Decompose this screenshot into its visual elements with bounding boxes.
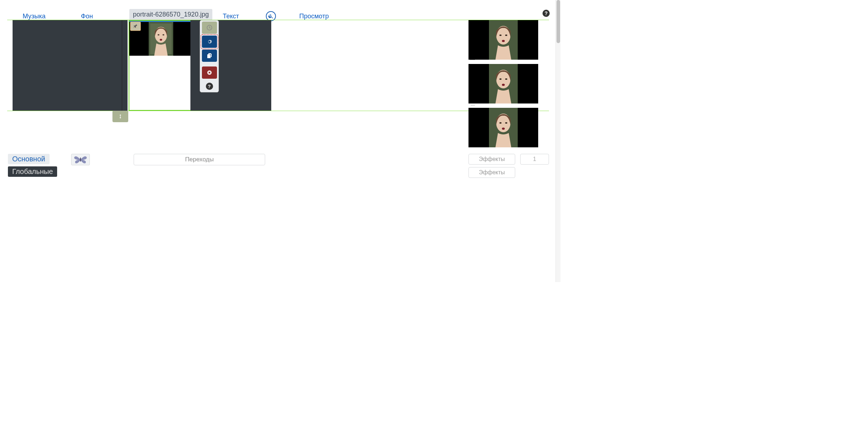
slide-toolbar: ? xyxy=(200,20,219,92)
svg-point-4 xyxy=(162,34,164,35)
copy-icon xyxy=(206,52,213,59)
close-circle-icon xyxy=(206,69,213,76)
preview-image xyxy=(485,108,521,147)
svg-point-10 xyxy=(499,34,502,36)
preview-thumbnail[interactable] xyxy=(468,64,538,104)
svg-point-15 xyxy=(499,78,502,80)
mode-main-button[interactable]: Основной xyxy=(8,154,50,164)
tab-text[interactable]: Текст xyxy=(223,13,239,20)
delete-button[interactable] xyxy=(202,66,217,79)
bottom-controls: Основной Глобальные Переходы Эффекты Эфф… xyxy=(8,154,549,177)
clock-icon xyxy=(206,24,213,31)
effects-button-1[interactable]: Эффекты xyxy=(468,154,515,165)
timeline-panel-left[interactable] xyxy=(13,20,122,111)
svg-point-5 xyxy=(160,39,162,41)
zoom-in-icon xyxy=(268,13,274,19)
svg-point-23 xyxy=(80,157,81,162)
copy-button[interactable] xyxy=(202,50,217,62)
resize-vertical-icon xyxy=(118,113,123,120)
preview-image xyxy=(485,20,521,60)
timeline-area: ? 0 1 2 3 4 5 xyxy=(7,20,549,111)
svg-point-21 xyxy=(505,122,507,124)
effects-count[interactable]: 1 xyxy=(520,154,549,165)
tab-background[interactable]: Фон xyxy=(81,13,93,20)
gear-icon xyxy=(206,38,213,45)
preview-image xyxy=(485,64,521,104)
help-button-top[interactable]: ? xyxy=(542,10,550,17)
scrollbar-thumb[interactable] xyxy=(557,0,560,43)
svg-point-22 xyxy=(502,128,505,130)
svg-point-17 xyxy=(502,84,505,86)
pin-button[interactable] xyxy=(130,22,141,31)
settings-button[interactable] xyxy=(202,36,217,48)
tab-music[interactable]: Музыка xyxy=(23,13,46,20)
pin-icon xyxy=(133,24,138,29)
transitions-button[interactable]: Переходы xyxy=(134,154,265,165)
portrait-thumbnail-image xyxy=(147,22,175,56)
butterfly-preset-button[interactable] xyxy=(71,154,90,165)
timeline-panel-left-margin xyxy=(122,20,128,111)
vertical-scrollbar[interactable] xyxy=(555,0,560,282)
file-name-label: portrait-6286570_1920.jpg xyxy=(129,9,212,20)
effects-button-2[interactable]: Эффекты xyxy=(468,167,515,178)
preview-thumbnail[interactable] xyxy=(468,20,538,60)
svg-point-3 xyxy=(158,34,160,35)
tab-preview[interactable]: Просмотр xyxy=(299,13,329,20)
preview-thumbnail[interactable] xyxy=(468,108,538,147)
svg-point-12 xyxy=(502,40,505,42)
butterfly-icon xyxy=(73,155,88,164)
mode-global-button[interactable]: Глобальные xyxy=(8,166,57,177)
svg-point-16 xyxy=(505,78,507,80)
timing-button[interactable] xyxy=(202,22,217,34)
svg-point-11 xyxy=(505,34,507,36)
preview-column xyxy=(468,20,538,147)
toolbar-help-button[interactable]: ? xyxy=(206,83,213,90)
resize-handle[interactable] xyxy=(112,111,128,122)
svg-point-20 xyxy=(499,122,502,124)
